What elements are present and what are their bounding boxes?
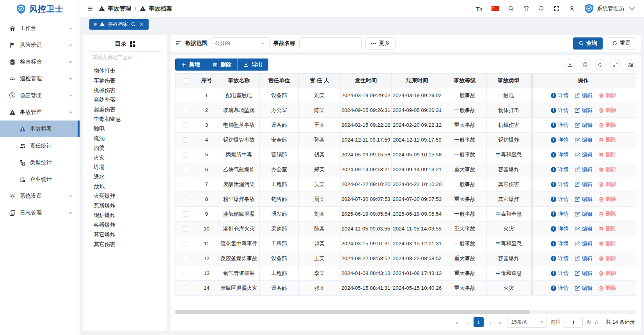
catalog-item[interactable]: 中毒和窒息 bbox=[88, 114, 162, 124]
reset-button[interactable]: 重置 bbox=[607, 37, 636, 50]
detail-action[interactable]: i详情 bbox=[551, 270, 569, 277]
catalog-item[interactable]: 坍塌 bbox=[88, 163, 162, 172]
delete-action[interactable]: 删除 bbox=[598, 270, 616, 277]
sidebar-item-workbench[interactable]: 工作台 bbox=[0, 20, 80, 37]
delete-action[interactable]: 删除 bbox=[598, 181, 616, 188]
detail-action[interactable]: i详情 bbox=[551, 196, 569, 203]
notification-bell-icon[interactable] bbox=[538, 5, 545, 12]
tab-refresh-icon[interactable] bbox=[131, 21, 136, 27]
catalog-grid-icon[interactable] bbox=[130, 41, 135, 47]
edit-action[interactable]: 编辑 bbox=[575, 136, 593, 144]
detail-action[interactable]: i详情 bbox=[551, 136, 569, 144]
add-button[interactable]: 新增 bbox=[175, 58, 206, 71]
catalog-item[interactable]: 机械伤害 bbox=[88, 85, 162, 95]
scrollbar-thumb[interactable] bbox=[175, 310, 530, 314]
horizontal-scrollbar[interactable] bbox=[175, 310, 636, 314]
print-button[interactable] bbox=[580, 59, 591, 70]
edit-action[interactable]: 编辑 bbox=[575, 166, 593, 173]
catalog-item[interactable]: 容器爆炸 bbox=[88, 220, 162, 230]
edit-action[interactable]: 编辑 bbox=[575, 240, 593, 247]
row-checkbox[interactable] bbox=[183, 285, 188, 291]
sidebar-item-check-standard[interactable]: 检查标准 bbox=[0, 53, 80, 70]
sidebar-item-enterprise-stats[interactable]: 企业统计 bbox=[0, 171, 80, 188]
detail-action[interactable]: i详情 bbox=[551, 240, 569, 247]
download-button[interactable] bbox=[564, 59, 575, 70]
detail-action[interactable]: i详情 bbox=[551, 92, 569, 99]
detail-action[interactable]: i详情 bbox=[551, 255, 569, 262]
row-checkbox[interactable] bbox=[183, 93, 188, 98]
columns-button[interactable] bbox=[625, 59, 636, 70]
language-flag-icon[interactable] bbox=[491, 6, 499, 11]
delete-action[interactable]: 删除 bbox=[598, 196, 616, 203]
detail-action[interactable]: i详情 bbox=[551, 211, 569, 218]
page-size-select[interactable]: 15条/页 bbox=[507, 317, 547, 328]
export-button[interactable]: 导出 bbox=[238, 58, 268, 71]
fullscreen-button[interactable] bbox=[610, 59, 621, 70]
last-page-button[interactable]: » bbox=[497, 319, 504, 326]
search-button[interactable]: 查询 bbox=[573, 37, 603, 50]
row-checkbox[interactable] bbox=[183, 211, 188, 217]
breadcrumb-parent[interactable]: 事故管理 bbox=[108, 5, 131, 12]
delete-action[interactable]: 删除 bbox=[598, 122, 616, 129]
row-checkbox[interactable] bbox=[183, 167, 188, 172]
catalog-item[interactable]: 车辆伤害 bbox=[88, 76, 162, 86]
catalog-item[interactable]: 起重伤害 bbox=[88, 105, 162, 115]
delete-button[interactable]: 删除 bbox=[206, 58, 238, 71]
detail-action[interactable]: i详情 bbox=[551, 181, 569, 188]
row-checkbox[interactable] bbox=[183, 182, 188, 187]
sidebar-item-system-settings[interactable]: 系统设置 bbox=[0, 188, 80, 204]
more-filters-button[interactable]: ••• 更多 bbox=[365, 37, 396, 50]
edit-action[interactable]: 编辑 bbox=[575, 196, 593, 203]
sidebar-item-risk-identify[interactable]: 风险辨识 bbox=[0, 37, 80, 53]
sidebar-toggle-icon[interactable] bbox=[87, 5, 93, 12]
catalog-item[interactable]: 锅炉爆炸 bbox=[88, 211, 162, 220]
delete-action[interactable]: 删除 bbox=[598, 211, 616, 218]
edit-action[interactable]: 编辑 bbox=[575, 107, 593, 114]
first-page-button[interactable]: « bbox=[454, 319, 461, 326]
row-checkbox[interactable] bbox=[183, 256, 188, 261]
edit-action[interactable]: 编辑 bbox=[575, 122, 593, 129]
row-checkbox[interactable] bbox=[183, 197, 188, 202]
delete-action[interactable]: 删除 bbox=[598, 240, 616, 247]
delete-action[interactable]: 删除 bbox=[598, 225, 616, 232]
user-icon[interactable] bbox=[569, 5, 575, 12]
edit-action[interactable]: 编辑 bbox=[575, 285, 593, 292]
catalog-item[interactable]: 火灾 bbox=[88, 153, 162, 163]
catalog-item[interactable]: 高处坠落 bbox=[88, 95, 162, 105]
detail-action[interactable]: i详情 bbox=[551, 122, 569, 129]
catalog-item[interactable]: 灼烫 bbox=[88, 144, 162, 153]
scope-select[interactable]: 公开的 bbox=[211, 37, 270, 49]
sidebar-item-responsibility-stats[interactable]: 责任统计 bbox=[0, 137, 80, 154]
row-checkbox[interactable] bbox=[183, 241, 188, 246]
prev-page-button[interactable]: ‹ bbox=[464, 319, 470, 326]
refresh-button[interactable] bbox=[595, 59, 606, 70]
page-number-button[interactable]: 1 bbox=[474, 317, 484, 327]
sidebar-item-inspection[interactable]: 巡检管理 bbox=[0, 70, 80, 87]
detail-action[interactable]: i详情 bbox=[551, 225, 569, 232]
sidebar-item-accident[interactable]: 事故管理 bbox=[0, 104, 80, 121]
edit-action[interactable]: 编辑 bbox=[575, 270, 593, 277]
font-size-icon[interactable]: Tт bbox=[476, 5, 483, 12]
row-checkbox[interactable] bbox=[183, 226, 188, 232]
detail-action[interactable]: i详情 bbox=[551, 285, 569, 292]
edit-action[interactable]: 编辑 bbox=[575, 211, 593, 218]
filter-list-icon[interactable] bbox=[175, 40, 181, 46]
row-checkbox[interactable] bbox=[183, 152, 188, 158]
edit-action[interactable]: 编辑 bbox=[575, 255, 593, 262]
edit-action[interactable]: 编辑 bbox=[575, 225, 593, 232]
delete-action[interactable]: 删除 bbox=[598, 92, 616, 99]
catalog-item[interactable]: 瓦斯爆炸 bbox=[88, 201, 162, 211]
catalog-item[interactable]: 触电 bbox=[88, 124, 162, 134]
theme-icon[interactable] bbox=[523, 5, 529, 12]
delete-action[interactable]: 删除 bbox=[598, 107, 616, 114]
delete-action[interactable]: 删除 bbox=[598, 255, 616, 262]
row-checkbox[interactable] bbox=[183, 271, 188, 276]
catalog-item[interactable]: 放炮 bbox=[88, 182, 162, 191]
detail-action[interactable]: i详情 bbox=[551, 166, 569, 173]
sidebar-item-hazard[interactable]: ? 隐患管理 bbox=[0, 87, 80, 104]
sidebar-item-type-stats[interactable]: 类型统计 bbox=[0, 154, 80, 171]
catalog-item[interactable]: 透水 bbox=[88, 172, 162, 182]
delete-action[interactable]: 删除 bbox=[598, 151, 616, 158]
sidebar-item-accident-archive[interactable]: 事故档案 bbox=[0, 121, 80, 137]
delete-action[interactable]: 删除 bbox=[598, 285, 616, 292]
